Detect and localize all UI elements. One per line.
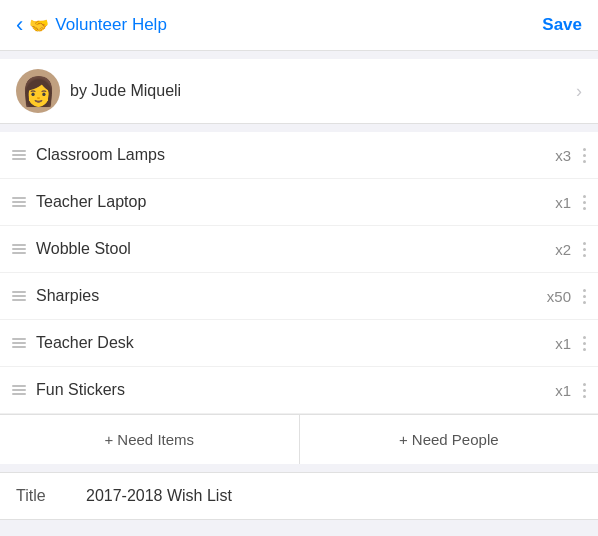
list-item: Teacher Desk x1 bbox=[0, 320, 598, 367]
more-icon[interactable] bbox=[583, 195, 586, 210]
list-item: Wobble Stool x2 bbox=[0, 226, 598, 273]
drag-icon[interactable] bbox=[12, 150, 26, 160]
volunteer-icon: 🤝 bbox=[29, 16, 49, 35]
more-icon[interactable] bbox=[583, 148, 586, 163]
item-name: Sharpies bbox=[36, 287, 541, 305]
author-info: 👩 by Jude Miqueli bbox=[16, 69, 181, 113]
action-row: + Need Items + Need People bbox=[0, 414, 598, 464]
drag-icon[interactable] bbox=[12, 197, 26, 207]
list-item: Classroom Lamps x3 bbox=[0, 132, 598, 179]
item-name: Classroom Lamps bbox=[36, 146, 541, 164]
drag-icon[interactable] bbox=[12, 291, 26, 301]
item-qty: x1 bbox=[541, 335, 571, 352]
header-left: ‹ 🤝 Volunteer Help bbox=[16, 14, 167, 36]
item-name: Fun Stickers bbox=[36, 381, 541, 399]
need-items-button[interactable]: + Need Items bbox=[0, 415, 300, 464]
author-name: by Jude Miqueli bbox=[70, 82, 181, 100]
item-name: Teacher Laptop bbox=[36, 193, 541, 211]
back-icon[interactable]: ‹ bbox=[16, 14, 23, 36]
chevron-right-icon: › bbox=[576, 81, 582, 102]
drag-icon[interactable] bbox=[12, 385, 26, 395]
more-icon[interactable] bbox=[583, 289, 586, 304]
more-icon[interactable] bbox=[583, 242, 586, 257]
item-name: Teacher Desk bbox=[36, 334, 541, 352]
list-item: Sharpies x50 bbox=[0, 273, 598, 320]
drag-icon[interactable] bbox=[12, 244, 26, 254]
item-qty: x2 bbox=[541, 241, 571, 258]
item-qty: x1 bbox=[541, 382, 571, 399]
item-qty: x50 bbox=[541, 288, 571, 305]
item-qty: x1 bbox=[541, 194, 571, 211]
list-item: Teacher Laptop x1 bbox=[0, 179, 598, 226]
title-value: 2017-2018 Wish List bbox=[86, 487, 232, 505]
avatar: 👩 bbox=[16, 69, 60, 113]
app-header: ‹ 🤝 Volunteer Help Save bbox=[0, 0, 598, 51]
page-title: Volunteer Help bbox=[55, 15, 167, 35]
title-row: Title 2017-2018 Wish List bbox=[0, 472, 598, 520]
title-label: Title bbox=[16, 487, 86, 505]
more-icon[interactable] bbox=[583, 336, 586, 351]
list-item: Fun Stickers x1 bbox=[0, 367, 598, 414]
need-people-button[interactable]: + Need People bbox=[300, 415, 599, 464]
items-list: Classroom Lamps x3 Teacher Laptop x1 bbox=[0, 132, 598, 414]
save-button[interactable]: Save bbox=[542, 15, 582, 35]
more-icon[interactable] bbox=[583, 383, 586, 398]
item-name: Wobble Stool bbox=[36, 240, 541, 258]
drag-icon[interactable] bbox=[12, 338, 26, 348]
header-title-wrapper: 🤝 Volunteer Help bbox=[29, 15, 167, 35]
item-qty: x3 bbox=[541, 147, 571, 164]
author-row[interactable]: 👩 by Jude Miqueli › bbox=[0, 59, 598, 124]
